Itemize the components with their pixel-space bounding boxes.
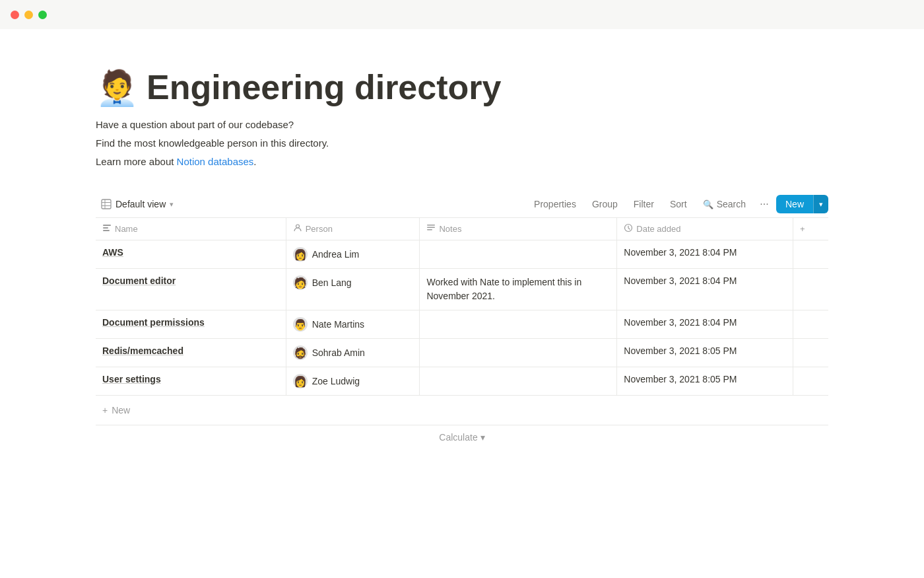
new-button[interactable]: New (776, 195, 813, 213)
person-avatar: 👨 (293, 317, 308, 332)
row-name-2[interactable]: Document permissions (102, 317, 205, 328)
table-row: AWS👩Andrea LimNovember 3, 2021 8:04 PM (96, 240, 828, 269)
svg-point-7 (296, 225, 299, 228)
th-person-label: Person (306, 224, 333, 234)
person-name: Sohrab Amin (312, 347, 365, 358)
svg-rect-8 (427, 225, 435, 226)
th-name-label: Name (115, 224, 138, 234)
text-icon (102, 223, 112, 235)
cell-notes (420, 310, 617, 339)
svg-rect-0 (102, 199, 111, 209)
cell-date-added: November 3, 2021 8:05 PM (617, 367, 793, 396)
table-footer: + New (96, 396, 828, 425)
table-row: Redis/memcached🧔Sohrab AminNovember 3, 2… (96, 339, 828, 367)
person-name: Nate Martins (312, 319, 364, 330)
cell-date-added: November 3, 2021 8:04 PM (617, 269, 793, 310)
desc-prefix: Learn more about (96, 156, 177, 167)
minimize-button[interactable] (24, 11, 33, 19)
cell-name[interactable]: AWS (96, 240, 286, 269)
description-line-2: Find the most knowledgeable person in th… (96, 135, 828, 151)
page-title-row: 🧑‍💼 Engineering directory (96, 69, 828, 106)
group-button[interactable]: Group (585, 196, 624, 213)
notion-databases-link[interactable]: Notion databases (177, 156, 254, 167)
th-add-column[interactable]: + (793, 218, 828, 240)
cell-name[interactable]: Document editor (96, 269, 286, 310)
cell-notes: Worked with Nate to implement this in No… (420, 269, 617, 310)
person-avatar: 👩 (293, 374, 308, 388)
cell-name[interactable]: Redis/memcached (96, 339, 286, 367)
th-date-added: Date added (617, 218, 793, 240)
search-label: Search (717, 199, 746, 209)
cell-person: 👨Nate Martins (286, 310, 420, 339)
calculate-label: Calculate (439, 432, 477, 443)
cell-name[interactable]: Document permissions (96, 310, 286, 339)
cell-person: 👩Zoe Ludwig (286, 367, 420, 396)
row-name-1[interactable]: Document editor (102, 275, 176, 286)
default-view-switcher[interactable]: Default view ▾ (96, 196, 179, 212)
view-caret-icon: ▾ (170, 200, 174, 209)
svg-rect-9 (427, 227, 435, 229)
person-avatar: 🧑 (293, 275, 308, 290)
titlebar (0, 0, 924, 29)
sort-label: Sort (670, 199, 687, 209)
filter-button[interactable]: Filter (627, 196, 661, 213)
search-button[interactable]: 🔍 Search (696, 196, 752, 213)
table-row: Document permissions👨Nate MartinsNovembe… (96, 310, 828, 339)
new-button-caret[interactable]: ▾ (813, 195, 828, 213)
filter-label: Filter (634, 199, 654, 209)
person-avatar: 🧔 (293, 345, 308, 360)
maximize-button[interactable] (38, 11, 47, 19)
svg-rect-5 (103, 227, 108, 229)
page-emoji: 🧑‍💼 (96, 71, 139, 105)
cell-date-added: November 3, 2021 8:05 PM (617, 339, 793, 367)
add-new-label: New (112, 405, 130, 415)
close-button[interactable] (11, 11, 19, 19)
more-options-button[interactable]: ··· (755, 195, 774, 213)
table-row: Document editor🧑Ben LangWorked with Nate… (96, 269, 828, 310)
notes-icon (426, 223, 436, 235)
cell-add (793, 269, 828, 310)
svg-rect-10 (427, 229, 432, 231)
svg-rect-6 (103, 230, 110, 231)
desc-suffix: . (253, 156, 256, 167)
toolbar: Default view ▾ Properties Group Filter S… (96, 191, 828, 218)
cell-add (793, 310, 828, 339)
cell-date-added: November 3, 2021 8:04 PM (617, 310, 793, 339)
cell-person: 👩Andrea Lim (286, 240, 420, 269)
row-name-4[interactable]: User settings (102, 374, 161, 384)
description-line-1: Have a question about part of our codeba… (96, 117, 828, 133)
properties-label: Properties (534, 199, 576, 209)
sort-button[interactable]: Sort (663, 196, 694, 213)
th-name: Name (96, 218, 286, 240)
add-column-icon: + (800, 224, 805, 234)
calculate-button[interactable]: Calculate ▾ (439, 432, 484, 443)
cell-person: 🧔Sohrab Amin (286, 339, 420, 367)
cell-date-added: November 3, 2021 8:04 PM (617, 240, 793, 269)
person-name: Andrea Lim (312, 249, 360, 260)
cell-add (793, 240, 828, 269)
cell-add (793, 367, 828, 396)
add-new-row-button[interactable]: + New (102, 402, 822, 418)
person-avatar: 👩 (293, 247, 308, 262)
plus-icon: + (102, 405, 108, 415)
th-person: Person (286, 218, 420, 240)
caret-down-icon: ▾ (819, 200, 823, 209)
person-name: Zoe Ludwig (312, 376, 360, 386)
th-notes: Notes (420, 218, 617, 240)
ellipsis-icon: ··· (760, 198, 768, 210)
table-icon (101, 199, 112, 209)
page-title: Engineering directory (147, 69, 501, 106)
row-name-3[interactable]: Redis/memcached (102, 345, 183, 356)
table-header-row: Name Person No (96, 218, 828, 240)
database-table: Name Person No (96, 218, 828, 396)
view-label: Default view (116, 199, 166, 209)
cell-name[interactable]: User settings (96, 367, 286, 396)
toolbar-left: Default view ▾ (96, 196, 179, 212)
row-name-0[interactable]: AWS (102, 247, 123, 258)
properties-button[interactable]: Properties (527, 196, 583, 213)
table-row: User settings👩Zoe LudwigNovember 3, 2021… (96, 367, 828, 396)
description-line-3: Learn more about Notion databases. (96, 154, 828, 170)
search-icon: 🔍 (703, 199, 713, 209)
page-content: 🧑‍💼 Engineering directory Have a questio… (0, 29, 924, 489)
cell-notes (420, 339, 617, 367)
